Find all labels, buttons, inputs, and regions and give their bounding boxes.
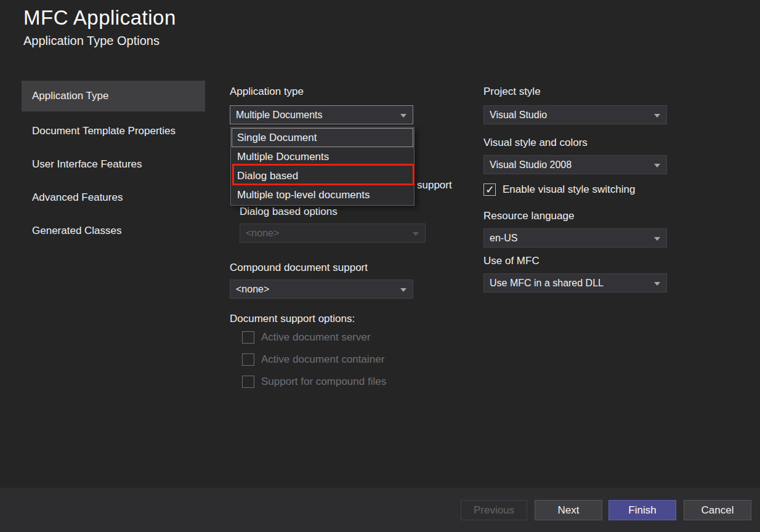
sidebar-item-application-type[interactable]: Application Type	[22, 81, 205, 111]
visual-style-combobox[interactable]: Visual Studio 2008	[483, 155, 667, 174]
page-subtitle: Application Type Options	[23, 34, 160, 48]
use-of-mfc-combobox[interactable]: Use MFC in a shared DLL	[483, 273, 667, 292]
dialog-based-options-value: <none>	[246, 228, 279, 239]
application-type-dropdown: Single Document Multiple Documents Dialo…	[230, 127, 414, 206]
sidebar-item-advanced-features[interactable]: Advanced Features	[22, 181, 205, 214]
checkbox-label: Active document server	[261, 331, 371, 344]
page-title: MFC Application	[23, 6, 176, 30]
mfc-application-wizard: MFC Application Application Type Options…	[0, 0, 760, 532]
resource-language-combobox[interactable]: en-US	[483, 228, 667, 248]
checkbox-active-document-container: Active document container	[242, 353, 384, 366]
previous-button: Previous	[461, 500, 527, 520]
sidebar-item-label: Application Type	[32, 90, 108, 102]
compound-document-support-combobox[interactable]: <none>	[230, 280, 413, 299]
next-button[interactable]: Next	[535, 500, 602, 520]
checkbox-label: Active document container	[261, 353, 384, 366]
checkbox-label: Enable visual style switching	[503, 183, 635, 196]
dropdown-option-single-document[interactable]: Single Document	[232, 128, 413, 147]
checkbox-checked-icon[interactable]	[483, 183, 496, 196]
dropdown-option-multiple-documents[interactable]: Multiple Documents	[232, 147, 413, 166]
dropdown-option-dialog-based[interactable]: Dialog based	[232, 166, 413, 185]
project-style-value: Visual Studio	[490, 110, 547, 121]
chevron-down-icon	[400, 114, 406, 118]
use-of-mfc-label: Use of MFC	[483, 255, 540, 267]
occluded-label-fragment: support	[417, 179, 452, 191]
sidebar-item-generated-classes[interactable]: Generated Classes	[22, 214, 205, 248]
chevron-down-icon	[654, 282, 660, 286]
checkbox-enable-visual-style-switching[interactable]: Enable visual style switching	[483, 183, 635, 196]
sidebar-item-label: Advanced Features	[32, 191, 123, 204]
sidebar-item-label: Document Template Properties	[32, 125, 176, 137]
checkbox-support-for-compound-files: Support for compound files	[242, 376, 386, 388]
document-support-options-label: Document support options:	[230, 313, 355, 325]
application-type-value: Multiple Documents	[236, 110, 323, 121]
checkbox-icon	[242, 331, 254, 344]
chevron-down-icon	[654, 114, 660, 118]
sidebar-item-document-template-properties[interactable]: Document Template Properties	[22, 115, 205, 148]
chevron-down-icon	[400, 288, 406, 292]
project-style-combobox[interactable]: Visual Studio	[483, 105, 667, 124]
dropdown-option-multiple-top-level-documents[interactable]: Multiple top-level documents	[232, 185, 413, 204]
application-type-combobox[interactable]: Multiple Documents	[230, 105, 413, 124]
chevron-down-icon	[654, 164, 660, 167]
resource-language-value: en-US	[490, 233, 517, 244]
chevron-down-icon	[413, 232, 419, 236]
resource-language-label: Resource language	[483, 210, 574, 222]
sidebar-item-label: User Interface Features	[32, 158, 142, 171]
cancel-button[interactable]: Cancel	[684, 500, 751, 520]
dialog-based-options-label: Dialog based options	[240, 206, 338, 218]
sidebar-item-user-interface-features[interactable]: User Interface Features	[22, 148, 205, 181]
finish-button[interactable]: Finish	[608, 500, 676, 520]
dialog-based-options-combobox: <none>	[240, 224, 426, 243]
checkbox-icon	[242, 376, 254, 388]
visual-style-label: Visual style and colors	[483, 137, 588, 149]
compound-document-support-label: Compound document support	[230, 262, 368, 274]
checkbox-active-document-server: Active document server	[242, 331, 371, 344]
checkbox-icon	[242, 353, 254, 366]
application-type-label: Application type	[230, 86, 304, 98]
use-of-mfc-value: Use MFC in a shared DLL	[490, 278, 604, 289]
visual-style-value: Visual Studio 2008	[490, 159, 572, 171]
compound-document-support-value: <none>	[236, 284, 269, 295]
chevron-down-icon	[654, 237, 660, 241]
sidebar-item-label: Generated Classes	[32, 225, 122, 237]
checkbox-label: Support for compound files	[261, 376, 386, 388]
project-style-label: Project style	[483, 86, 541, 98]
